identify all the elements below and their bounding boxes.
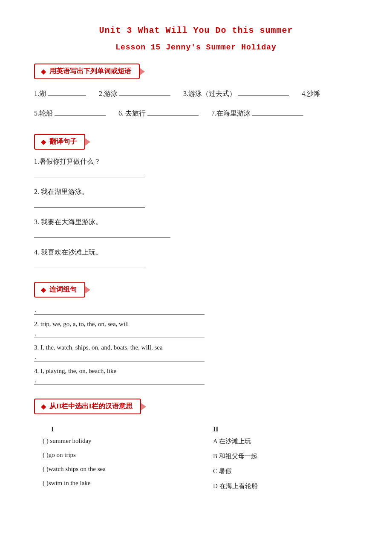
vocab-item-5: 5. 轮船 [34, 107, 107, 120]
vocab-item-4: 4. 沙滩 [302, 87, 320, 101]
match-section: ◆ 从II栏中选出I栏的汉语意思 I ( ) summer holiday ( … [34, 399, 358, 497]
col2-header: II [196, 425, 358, 433]
diamond-icon-3: ◆ [41, 286, 46, 294]
vocab-num-4: 4. [302, 87, 307, 101]
translate-item-2: 2. 我在湖里游泳。 [34, 188, 358, 208]
sentence-scramble-2: 2. trip, we, go, a, to, the, on, sea, wi… [34, 321, 358, 328]
diamond-icon: ◆ [41, 67, 46, 75]
main-title: Unit 3 What Will You Do this summer [34, 26, 358, 35]
match-section-header: ◆ 从II栏中选出I栏的汉语意思 [34, 399, 141, 414]
diamond-icon-2: ◆ [41, 138, 46, 146]
vocab-num-7: 7.在海里游泳 [211, 107, 251, 120]
sentence-scramble-4: 4. I, playing, the, on, beach, like [34, 367, 358, 375]
match-paren-4: ( )swim in the lake [43, 480, 90, 486]
vocab-blank-2[interactable] [119, 88, 170, 96]
translate-item-4: 4. 我喜欢在沙滩上玩。 [34, 248, 358, 268]
sentence-item-3: 3. I, the, watch, ships, on, and, boats,… [34, 344, 358, 361]
match-paren-1: ( ) summer holiday [43, 437, 92, 444]
sentence-item-4: 4. I, playing, the, on, beach, like [34, 367, 358, 385]
match-item-4: ( )swim in the lake [34, 480, 196, 487]
vocab-section-header: ◆ 用英语写出下列单词或短语 [34, 64, 140, 79]
vocab-num-1: 1. [34, 87, 39, 101]
vocab-blank-7[interactable] [252, 108, 303, 116]
vocab-row-1: 1. 湖 2. 游泳 3. 游泳（过去式） 4. 沙滩 [34, 87, 358, 101]
sentence-item-2: 2. trip, we, go, a, to, the, on, sea, wi… [34, 321, 358, 338]
col1-header: I [34, 425, 196, 433]
sentence-answer-line-1[interactable] [34, 306, 205, 315]
sentence-section-label: 连词组句 [49, 285, 77, 294]
vocab-num-5: 5. [34, 107, 39, 120]
vocab-num-2: 2. [99, 87, 104, 101]
match-item-II-3: C 暑假 [196, 467, 358, 475]
translate-section-header: ◆ 翻译句子 [34, 134, 85, 150]
vocab-item-1: 1. 湖 [34, 87, 88, 101]
match-item-2: ( )go on trips [34, 451, 196, 459]
translate-q2: 2. 我在湖里游泳。 [34, 188, 358, 197]
sentence-section-header: ◆ 连词组句 [34, 282, 85, 298]
sentence-answer-line-4[interactable] [34, 376, 205, 385]
vocab-blank-1[interactable] [48, 88, 86, 96]
sentence-answer-line-2[interactable] [34, 330, 205, 338]
match-col-2: II A 在沙滩上玩 B 和祖父母一起 C 暑假 D 在海上看轮船 [196, 425, 358, 497]
match-item-II-2: B 和祖父母一起 [196, 452, 358, 460]
translate-answer-1[interactable] [34, 169, 145, 177]
sentence-answer-line-3[interactable] [34, 353, 205, 361]
sub-title: Lesson 15 Jenny's Summer Holiday [34, 43, 358, 52]
translate-answer-3[interactable] [34, 229, 170, 238]
translate-answer-2[interactable] [34, 199, 145, 208]
translate-section-label: 翻译句子 [49, 137, 77, 146]
sentence-scramble-3: 3. I, the, watch, ships, on, and, boats,… [34, 344, 358, 351]
translate-q1: 1.暑假你打算做什么？ [34, 157, 358, 166]
translate-item-1: 1.暑假你打算做什么？ [34, 157, 358, 177]
match-item-II-4: D 在海上看轮船 [196, 482, 358, 490]
vocab-section: ◆ 用英语写出下列单词或短语 1. 湖 2. 游泳 3. 游泳（过去式） 4. … [34, 64, 358, 120]
vocab-chinese-2: 游泳 [104, 87, 118, 101]
match-paren-2: ( )go on trips [43, 451, 76, 458]
vocab-chinese-5: 轮船 [39, 107, 53, 120]
vocab-chinese-3: 游泳（过去式） [188, 87, 236, 101]
match-paren-3: ( )watch ships on the sea [43, 465, 106, 472]
vocab-item-2: 2. 游泳 [99, 87, 172, 101]
sentence-item-1 [34, 306, 358, 315]
vocab-row-2: 5. 轮船 6. 去旅行 7.在海里游泳 [34, 107, 358, 120]
vocab-num-3: 3. [183, 87, 188, 101]
translate-item-3: 3. 我要在大海里游泳。 [34, 218, 358, 238]
vocab-chinese-1: 湖 [39, 87, 46, 101]
vocab-item-6: 6. 去旅行 [118, 107, 200, 120]
match-item-1: ( ) summer holiday [34, 437, 196, 445]
diamond-icon-4: ◆ [41, 402, 46, 410]
vocab-blank-5[interactable] [55, 108, 106, 116]
sentence-section: ◆ 连词组句 2. trip, we, go, a, to, the, on, … [34, 282, 358, 385]
vocab-blank-6[interactable] [147, 108, 199, 116]
match-item-3: ( )watch ships on the sea [34, 465, 196, 473]
match-col-1: I ( ) summer holiday ( )go on trips ( )w… [34, 425, 196, 497]
match-section-label: 从II栏中选出I栏的汉语意思 [49, 402, 133, 411]
match-item-II-1: A 在沙滩上玩 [196, 437, 358, 445]
translate-answer-4[interactable] [34, 260, 145, 268]
vocab-section-label: 用英语写出下列单词或短语 [49, 67, 131, 76]
vocab-item-7: 7.在海里游泳 [211, 107, 305, 120]
translate-section: ◆ 翻译句子 1.暑假你打算做什么？ 2. 我在湖里游泳。 3. 我要在大海里游… [34, 134, 358, 268]
match-columns: I ( ) summer holiday ( )go on trips ( )w… [34, 425, 358, 497]
vocab-num-6: 6. 去旅行 [118, 107, 146, 120]
translate-q3: 3. 我要在大海里游泳。 [34, 218, 358, 227]
vocab-chinese-4: 沙滩 [307, 87, 320, 101]
vocab-blank-3[interactable] [238, 88, 289, 96]
translate-q4: 4. 我喜欢在沙滩上玩。 [34, 248, 358, 257]
vocab-item-3: 3. 游泳（过去式） [183, 87, 291, 101]
